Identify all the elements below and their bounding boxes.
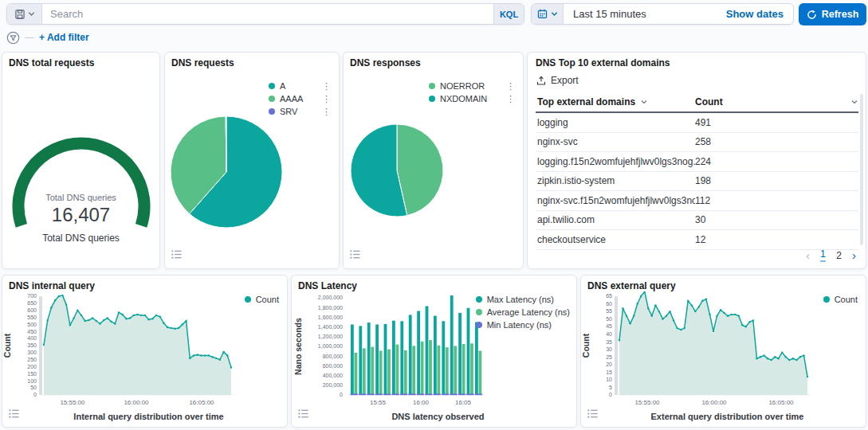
legend-item-count[interactable]: Count [245, 293, 279, 306]
legend-toggle-icon[interactable] [349, 248, 361, 264]
table-row: logging491 [536, 113, 858, 133]
panel-dns-latency: DNS Latency 0200,000400,000600,000800,00… [291, 275, 577, 428]
svg-text:250: 250 [27, 357, 37, 362]
refresh-icon [807, 10, 817, 20]
svg-text:0: 0 [33, 392, 37, 397]
export-link[interactable]: Export [536, 75, 579, 86]
legend-toggle-icon[interactable] [297, 408, 309, 423]
search-bar: KQL [6, 3, 524, 25]
legend-dot-icon [429, 83, 435, 89]
svg-text:15:55:00: 15:55:00 [634, 399, 660, 406]
area-chart-internal-query[interactable]: 0501001502002503003504004505005506006507… [2, 291, 287, 411]
svg-text:700: 700 [27, 293, 37, 299]
svg-text:16:00: 16:00 [413, 399, 430, 406]
svg-text:800,000: 800,000 [323, 354, 343, 359]
svg-text:200: 200 [27, 364, 37, 369]
cell-domain: zipkin.istio-system [536, 175, 695, 186]
legend-toggle-icon[interactable] [587, 408, 599, 423]
svg-text:400,000: 400,000 [323, 373, 343, 378]
cell-count: 491 [695, 117, 858, 128]
scrollbar[interactable] [860, 94, 863, 245]
legend-menu-icon[interactable]: ⋮ [314, 95, 331, 103]
panel-title: DNS external query [587, 280, 676, 291]
kql-language-button[interactable]: KQL [493, 4, 524, 24]
svg-text:25: 25 [606, 354, 612, 360]
pagination-page-2[interactable]: 2 [836, 250, 842, 261]
area-chart-external-query[interactable]: 0510152025303540455055606515:55:0016:00:… [581, 291, 866, 411]
legend-menu-icon[interactable]: ⋮ [498, 82, 515, 90]
svg-text:55: 55 [606, 308, 612, 314]
legend-item-count[interactable]: Count [823, 293, 858, 306]
legend-menu-icon[interactable]: ⋮ [314, 82, 331, 90]
refresh-button[interactable]: Refresh [799, 3, 866, 25]
legend: Max Latency (ns)Average Latency (ns)Min … [476, 293, 570, 331]
add-filter-link[interactable]: + Add filter [39, 32, 89, 43]
legend-item-average-latency-ns-[interactable]: Average Latency (ns) [476, 306, 570, 319]
svg-text:Count: Count [2, 333, 12, 358]
panel-dns-internal-query: DNS internal query 050100150200250300350… [2, 275, 288, 428]
pagination: ‹12› [806, 248, 856, 262]
calendar-icon [537, 9, 548, 19]
table-row: api.twilio.com30 [536, 211, 858, 231]
legend-item-noerror[interactable]: NOERROR⋮ [429, 80, 515, 92]
svg-text:35: 35 [606, 339, 612, 345]
table-row: nginx-svc.f15n2womfujehfjlwv0lgs3no...11… [536, 191, 858, 211]
date-picker: Last 15 minutes Show dates [531, 3, 794, 25]
panel-title: DNS total requests [9, 57, 94, 68]
svg-text:16:00:00: 16:00:00 [124, 399, 149, 406]
svg-text:100: 100 [27, 378, 37, 384]
svg-text:300: 300 [27, 350, 37, 355]
legend-dot-icon [476, 296, 482, 303]
sort-chevron-icon [640, 99, 648, 105]
filter-circle-icon[interactable] [6, 31, 20, 45]
panel-dns-responses: DNS responses NOERROR⋮NXDOMAIN⋮ [343, 52, 524, 269]
svg-text:65: 65 [606, 293, 612, 299]
domains-table: Top external domains Count logging491ngi… [536, 92, 858, 250]
legend-label: AAAA [280, 94, 303, 104]
column-header-count[interactable]: Count [695, 96, 858, 108]
pagination-page-1[interactable]: 1 [820, 248, 826, 262]
search-input[interactable] [42, 4, 493, 24]
svg-text:350: 350 [27, 342, 37, 348]
legend-label: Max Latency (ns) [487, 295, 554, 304]
table-row: nginx-svc258 [536, 133, 858, 153]
filter-bar: — + Add filter [6, 30, 89, 45]
legend-toggle-icon[interactable] [171, 248, 183, 264]
panel-title: DNS Latency [298, 280, 357, 291]
gauge-center-label: Total DNS queries [2, 193, 159, 202]
cell-count: 198 [695, 175, 858, 186]
panel-dns-total-requests: DNS total requests Total DNS queries 16,… [2, 52, 160, 269]
legend-item-a[interactable]: A⋮ [269, 80, 331, 92]
svg-text:Count: Count [581, 333, 591, 358]
legend-menu-icon[interactable]: ⋮ [498, 95, 515, 103]
column-header-domains[interactable]: Top external domains [536, 96, 695, 108]
table-row: zipkin.istio-system198 [536, 172, 858, 192]
calendar-menu-button[interactable] [532, 4, 564, 24]
time-range-value[interactable]: Last 15 minutes [564, 4, 726, 24]
legend-item-srv[interactable]: SRV⋮ [269, 105, 331, 118]
legend-dot-icon [269, 96, 275, 102]
svg-text:30: 30 [606, 346, 612, 352]
legend-item-aaaa[interactable]: AAAA⋮ [269, 92, 331, 105]
legend-label: NOERROR [440, 81, 485, 91]
pagination-prev-icon[interactable]: ‹ [806, 248, 810, 262]
saved-query-menu-button[interactable] [7, 4, 42, 24]
svg-text:500: 500 [27, 322, 37, 327]
pagination-next-icon[interactable]: › [852, 248, 856, 262]
legend: NOERROR⋮NXDOMAIN⋮ [429, 80, 515, 105]
svg-text:16:05: 16:05 [455, 399, 472, 406]
legend-menu-icon[interactable]: ⋮ [314, 108, 331, 115]
table-body: logging491nginx-svc258logging.f15n2womfu… [536, 113, 858, 250]
legend-toggle-icon[interactable] [8, 408, 20, 423]
legend: A⋮AAAA⋮SRV⋮ [269, 80, 331, 118]
show-dates-link[interactable]: Show dates [726, 4, 793, 24]
table-row: logging.f15n2womfujehfjlwv0lgs3nog....22… [536, 152, 858, 172]
svg-text:10: 10 [606, 377, 612, 382]
legend-item-max-latency-ns-[interactable]: Max Latency (ns) [476, 293, 570, 306]
legend: Count [245, 293, 279, 306]
legend-item-min-latency-ns-[interactable]: Min Latency (ns) [476, 319, 570, 331]
svg-text:50: 50 [30, 385, 37, 390]
svg-text:50: 50 [606, 316, 612, 322]
legend-item-nxdomain[interactable]: NXDOMAIN⋮ [429, 92, 515, 105]
svg-text:2,000,000: 2,000,000 [318, 295, 343, 300]
